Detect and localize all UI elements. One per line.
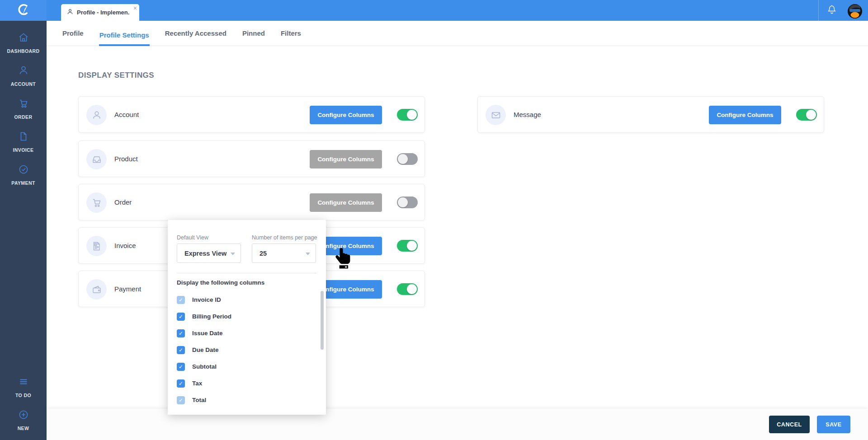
default-view-select[interactable]: Express View	[177, 243, 241, 263]
configure-columns-button-account[interactable]: Configure Columns	[310, 106, 382, 124]
person-icon	[86, 105, 107, 125]
column-option-invoice-id[interactable]: Invoice ID	[177, 291, 312, 308]
checkbox-checked-icon[interactable]	[177, 313, 185, 321]
save-button[interactable]: SAVE	[817, 416, 850, 433]
toggle-account[interactable]	[397, 109, 418, 121]
checkbox-checked-icon[interactable]	[177, 296, 185, 304]
tray-icon	[86, 149, 107, 169]
configure-columns-button-order[interactable]: Configure Columns	[310, 193, 382, 212]
column-option-due-date[interactable]: Due Date	[177, 342, 312, 358]
card-order: Order Configure Columns	[78, 184, 425, 220]
column-option-subtotal[interactable]: Subtotal	[177, 358, 312, 375]
notifications-button[interactable]	[818, 0, 844, 21]
app-logo[interactable]	[0, 0, 47, 21]
person-icon	[66, 8, 74, 17]
popover-scrollbar[interactable]	[321, 291, 324, 350]
column-option-issue-date[interactable]: Issue Date	[177, 325, 312, 342]
toggle-knob	[398, 197, 408, 207]
toggle-invoice[interactable]	[397, 240, 418, 252]
divider	[177, 273, 317, 273]
logo-icon	[16, 2, 31, 19]
sidebar-label: ORDER	[14, 114, 33, 120]
cancel-button[interactable]: CANCEL	[769, 416, 810, 433]
page-title: DISPLAY SETTINGS	[78, 71, 154, 80]
checkbox-checked-icon[interactable]	[177, 329, 185, 337]
sidebar-label: DASHBOARD	[7, 48, 40, 54]
close-icon[interactable]: ×	[133, 5, 137, 12]
sidebar-label: PAYMENT	[11, 180, 35, 186]
plus-circle-icon	[18, 409, 29, 422]
default-view-label: Default View	[177, 234, 208, 241]
toggle-knob	[806, 110, 816, 120]
menu-icon	[18, 376, 29, 389]
profile-tab[interactable]: Profile - Implemen.. ×	[61, 4, 139, 21]
column-option-billing-period[interactable]: Billing Period	[177, 308, 312, 325]
wallet-icon	[86, 279, 107, 300]
items-per-page-select[interactable]: 25	[252, 243, 316, 263]
card-title: Payment	[114, 271, 141, 307]
sidebar-item-payment[interactable]: PAYMENT	[0, 158, 47, 191]
card-title: Product	[114, 141, 138, 177]
sidebar-label: NEW	[18, 426, 29, 431]
sidebar-label: INVOICE	[13, 147, 34, 153]
toggle-product[interactable]	[397, 153, 418, 165]
person-icon	[18, 65, 29, 78]
configure-columns-button-message[interactable]: Configure Columns	[709, 106, 781, 124]
file-icon	[18, 131, 29, 144]
tab-recently-accessed[interactable]: Recently Accessed	[165, 29, 227, 46]
sidebar-label: TO DO	[15, 393, 31, 398]
card-title: Order	[114, 184, 132, 220]
toggle-order[interactable]	[397, 197, 418, 208]
sidebar-item-todo[interactable]: TO DO	[0, 370, 47, 403]
sidebar-item-dashboard[interactable]: DASHBOARD	[0, 26, 47, 59]
envelope-icon	[486, 105, 506, 125]
top-header-bar: Profile - Implemen.. ×	[0, 0, 868, 21]
cart-icon	[18, 98, 29, 111]
sidebar-item-order[interactable]: ORDER	[0, 92, 47, 125]
sidebar-item-invoice[interactable]: INVOICE	[0, 125, 47, 158]
items-per-page-value: 25	[259, 250, 267, 257]
sidebar-item-account[interactable]: ACCOUNT	[0, 59, 47, 92]
user-avatar[interactable]	[846, 2, 863, 19]
card-message: Message Configure Columns	[477, 96, 824, 133]
check-circle-icon	[18, 164, 29, 177]
toggle-knob	[407, 284, 417, 294]
toggle-knob	[407, 241, 417, 251]
invoice-icon: $	[86, 236, 107, 256]
toggle-payment[interactable]	[397, 283, 418, 295]
configure-columns-popover: Default View Express View Number of item…	[168, 220, 326, 415]
app-window: Profile - Implemen.. ×	[0, 0, 868, 440]
checkbox-checked-icon[interactable]	[177, 379, 185, 388]
items-per-page-label: Number of items per page	[252, 234, 317, 241]
sidebar: DASHBOARD ACCOUNT ORDER	[0, 21, 47, 440]
sidebar-label: ACCOUNT	[11, 81, 36, 87]
card-title: Message	[514, 97, 541, 132]
toggle-knob	[398, 154, 408, 164]
tab-filters[interactable]: Filters	[280, 29, 302, 46]
tab-profile[interactable]: Profile	[62, 29, 84, 46]
tab-title: Profile - Implemen..	[77, 9, 129, 16]
card-title: Invoice	[114, 228, 136, 263]
checkbox-checked-icon[interactable]	[177, 346, 185, 354]
chevron-down-icon	[306, 253, 310, 255]
tab-pinned[interactable]: Pinned	[242, 29, 265, 46]
card-account: Account Configure Columns	[78, 96, 425, 133]
checkbox-checked-icon[interactable]	[177, 396, 185, 404]
columns-list: Invoice ID Billing Period Issue Date Due…	[177, 291, 312, 408]
tab-profile-settings[interactable]: Profile Settings	[99, 31, 150, 46]
configure-columns-button-product[interactable]: Configure Columns	[310, 150, 382, 169]
nav-tabs: Profile Profile Settings Recently Access…	[47, 21, 868, 46]
toggle-message[interactable]	[796, 109, 817, 121]
column-option-tax[interactable]: Tax	[177, 375, 312, 392]
cart-icon	[86, 192, 107, 213]
columns-heading: Display the following columns	[177, 279, 264, 286]
home-icon	[18, 32, 29, 45]
checkbox-checked-icon[interactable]	[177, 363, 185, 371]
sidebar-item-new[interactable]: NEW	[0, 403, 47, 436]
cursor-pointer	[333, 247, 354, 272]
toggle-knob	[407, 110, 417, 120]
chevron-down-icon	[231, 253, 235, 255]
column-option-total[interactable]: Total	[177, 392, 312, 408]
bell-icon	[826, 4, 837, 17]
card-title: Account	[114, 97, 139, 132]
